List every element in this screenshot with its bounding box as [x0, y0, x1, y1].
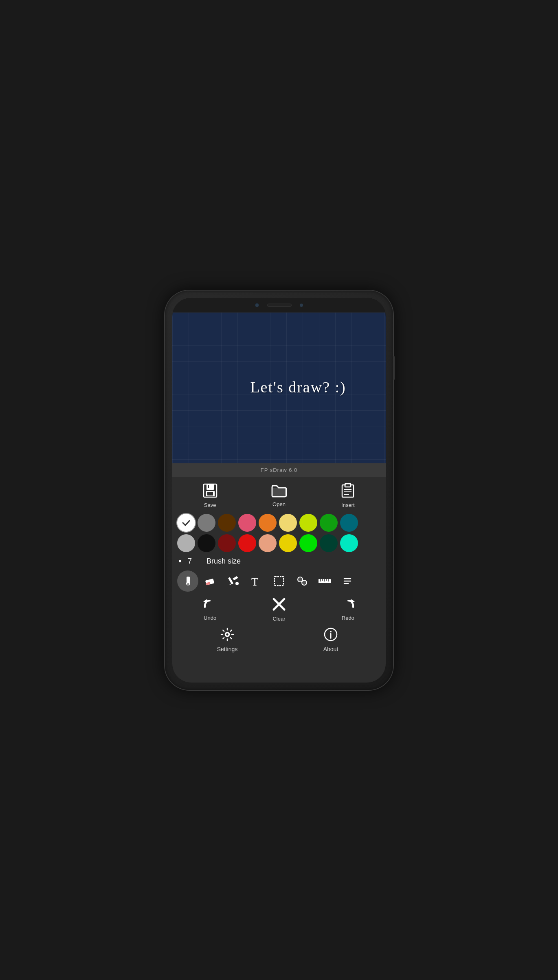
color-orange[interactable] [259, 514, 277, 532]
svg-rect-7 [346, 484, 350, 486]
file-actions-row: Save Open [176, 481, 382, 510]
color-yellow-green[interactable] [299, 514, 317, 532]
insert-button[interactable]: Insert [332, 483, 364, 508]
app-title-bar: FP sDraw 6.0 [172, 463, 386, 477]
eraser-tool[interactable] [200, 570, 221, 592]
save-icon [202, 483, 218, 500]
color-row-1 [176, 514, 382, 532]
svg-rect-1 [207, 484, 214, 490]
front-camera [255, 303, 259, 307]
brush-size-row: 7 Brush size [176, 556, 382, 566]
svg-rect-4 [208, 485, 209, 488]
about-icon [324, 628, 338, 644]
phone-screen: Let's draw? :) FP sDraw 6.0 [172, 298, 386, 683]
color-dark-green[interactable] [320, 534, 338, 552]
clear-label: Clear [272, 616, 285, 622]
brush-dot [179, 560, 181, 562]
undo-button[interactable]: Undo [194, 598, 226, 621]
svg-point-21 [298, 577, 302, 581]
color-gray[interactable] [198, 514, 215, 532]
color-yellow[interactable] [279, 534, 297, 552]
svg-point-35 [226, 633, 229, 636]
svg-point-38 [330, 631, 332, 632]
color-pink[interactable] [238, 514, 256, 532]
svg-rect-16 [228, 577, 233, 584]
insert-label: Insert [341, 502, 355, 508]
save-button[interactable]: Save [194, 483, 226, 508]
speaker [267, 304, 292, 307]
brush-tool[interactable] [177, 570, 198, 592]
phone-device: Let's draw? :) FP sDraw 6.0 [165, 291, 393, 690]
color-light-gray[interactable] [177, 534, 195, 552]
color-black[interactable] [198, 534, 215, 552]
settings-label: Settings [217, 646, 238, 652]
color-teal[interactable] [340, 514, 358, 532]
brush-size-value: 7 [188, 557, 200, 566]
clear-button[interactable]: Clear [263, 597, 295, 622]
save-label: Save [204, 502, 216, 508]
color-brown[interactable] [218, 514, 236, 532]
settings-icon [220, 628, 234, 644]
redo-icon [341, 598, 355, 613]
svg-point-17 [235, 582, 239, 585]
fill-tool[interactable] [223, 570, 244, 592]
more-tool[interactable] [337, 570, 358, 592]
svg-point-13 [187, 583, 189, 586]
open-button[interactable]: Open [263, 484, 295, 507]
open-icon [271, 484, 287, 500]
drawing-canvas[interactable]: Let's draw? :) [172, 313, 386, 463]
svg-rect-19 [275, 577, 283, 586]
volume-button [393, 356, 395, 380]
settings-button[interactable]: Settings [207, 628, 248, 652]
color-row-2 [176, 534, 382, 552]
brush-size-label: Brush size [207, 557, 241, 566]
phone-top-bar [172, 298, 386, 313]
svg-rect-11 [187, 577, 190, 582]
move-tool[interactable] [291, 570, 312, 592]
color-bright-green[interactable] [299, 534, 317, 552]
app-title: FP sDraw 6.0 [261, 467, 298, 473]
open-label: Open [272, 501, 286, 507]
color-cyan[interactable] [340, 534, 358, 552]
settings-about-row: Settings About [176, 627, 382, 653]
about-label: About [323, 646, 338, 652]
color-palette [176, 513, 382, 553]
about-button[interactable]: About [310, 628, 351, 652]
select-tool[interactable] [268, 570, 290, 592]
redo-label: Redo [342, 615, 354, 621]
redo-button[interactable]: Redo [332, 598, 364, 621]
undo-label: Undo [204, 615, 216, 621]
undo-icon [203, 598, 217, 613]
color-light-yellow[interactable] [279, 514, 297, 532]
svg-rect-3 [207, 492, 213, 496]
clear-icon [272, 597, 286, 614]
sensor [300, 304, 303, 307]
controls-panel: Save Open [172, 477, 386, 683]
svg-text:T: T [251, 575, 258, 587]
ruler-tool[interactable] [314, 570, 335, 592]
color-peach[interactable] [259, 534, 277, 552]
bottom-actions-row: Undo Clear [176, 596, 382, 623]
color-red[interactable] [238, 534, 256, 552]
color-dark-red[interactable] [218, 534, 236, 552]
color-white-check[interactable] [177, 514, 195, 532]
color-green[interactable] [320, 514, 338, 532]
text-tool[interactable]: T [246, 570, 267, 592]
canvas-drawing-text: Let's draw? :) [250, 378, 346, 396]
insert-icon [341, 483, 355, 500]
tool-row: T [176, 570, 382, 592]
svg-point-23 [302, 581, 306, 585]
